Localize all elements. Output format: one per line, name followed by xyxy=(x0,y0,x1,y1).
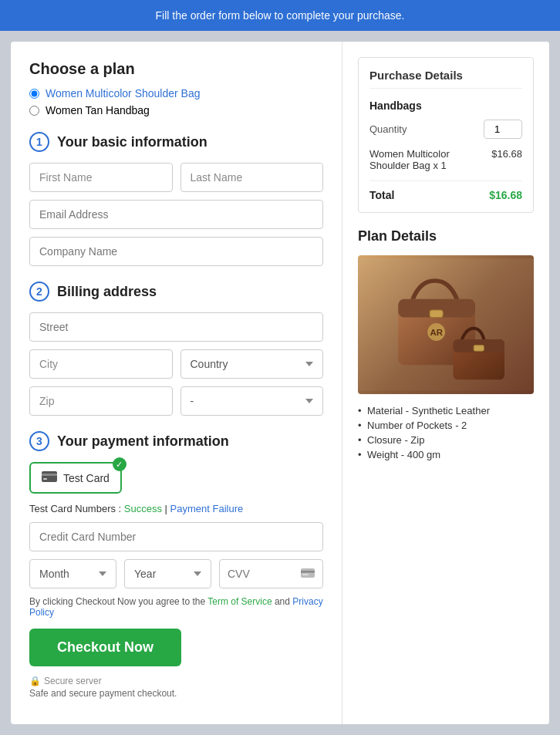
banner-text: Fill the order form below to complete yo… xyxy=(156,9,405,22)
page-wrapper: Fill the order form below to complete yo… xyxy=(0,0,560,735)
month-select[interactable]: Month xyxy=(29,559,116,588)
section1-number: 1 xyxy=(29,132,49,152)
card-icon xyxy=(42,470,57,486)
svg-rect-0 xyxy=(42,471,57,482)
zip-state-row: - xyxy=(29,386,323,416)
total-amount: $16.68 xyxy=(489,189,522,201)
right-panel: Purchase Details Handbags Quantity Women… xyxy=(342,42,549,724)
product-price: $16.68 xyxy=(491,148,522,171)
feature-3: Closure - Zip xyxy=(358,434,534,446)
section2-header: 2 Billing address xyxy=(29,282,323,302)
test-card-info: Test Card Numbers : Success | Payment Fa… xyxy=(29,503,323,514)
separator: | xyxy=(162,503,170,514)
quantity-label: Quantity xyxy=(369,123,407,135)
year-field: Year xyxy=(124,559,211,588)
plan-details-title: Plan Details xyxy=(358,228,534,244)
terms-prefix: By clicking Checkout Now you agree to th… xyxy=(29,596,207,607)
secure-info: 🔒 Secure server Safe and secure payment … xyxy=(29,676,323,699)
country-select[interactable]: Country xyxy=(180,349,324,379)
product-features-list: Material - Synthetic Leather Number of P… xyxy=(358,405,534,460)
state-select[interactable]: - xyxy=(180,386,324,416)
handbag-image: AR xyxy=(358,255,534,394)
svg-rect-3 xyxy=(301,568,315,578)
name-row xyxy=(29,163,323,192)
first-name-field xyxy=(29,163,173,192)
svg-rect-12 xyxy=(474,346,484,352)
section1-header: 1 Your basic information xyxy=(29,132,323,152)
terms-text: By clicking Checkout Now you agree to th… xyxy=(29,596,323,618)
city-country-row: Country xyxy=(29,349,323,379)
section1-title: Your basic information xyxy=(57,134,207,150)
secure-server-text: Secure server xyxy=(44,676,102,686)
section3-number: 3 xyxy=(29,431,49,451)
test-card-prefix: Test Card Numbers : xyxy=(29,503,124,514)
quantity-input[interactable] xyxy=(484,120,522,139)
plan-radio-1[interactable] xyxy=(29,89,39,99)
company-input[interactable] xyxy=(29,237,323,266)
feature-2: Number of Pockets - 2 xyxy=(358,420,534,431)
month-year-cvv-row: Month Year xyxy=(29,559,323,588)
zip-field xyxy=(29,386,173,416)
zip-input[interactable] xyxy=(29,386,173,416)
top-banner: Fill the order form below to complete yo… xyxy=(0,0,560,31)
section2-number: 2 xyxy=(29,282,49,302)
main-content: Choose a plan Women Multicolor Shoulder … xyxy=(11,42,549,724)
secure-line2: Safe and secure payment checkout. xyxy=(29,688,323,699)
year-select[interactable]: Year xyxy=(124,559,211,588)
plan-option-2-label: Women Tan Handbag xyxy=(46,104,150,116)
svg-rect-5 xyxy=(302,574,309,575)
lock-icon: 🔒 xyxy=(29,676,41,686)
product-category: Handbags xyxy=(369,99,522,112)
company-field-wrapper xyxy=(29,237,323,266)
street-field-wrapper xyxy=(29,312,323,342)
failure-link[interactable]: Payment Failure xyxy=(170,503,244,514)
first-name-input[interactable] xyxy=(29,163,173,192)
svg-rect-4 xyxy=(301,571,315,573)
section2-title: Billing address xyxy=(57,284,157,300)
terms-middle: and xyxy=(272,596,293,607)
product-name: Women Multicolor Shoulder Bag x 1 xyxy=(369,148,491,171)
total-label: Total xyxy=(369,189,394,201)
country-field: Country xyxy=(180,349,324,379)
plan-section-title: Choose a plan xyxy=(29,60,323,78)
plan-section: Choose a plan Women Multicolor Shoulder … xyxy=(29,60,323,116)
secure-line1: 🔒 Secure server xyxy=(29,676,323,686)
cvv-card-icon xyxy=(301,567,315,581)
plan-option-1-label: Women Multicolor Shoulder Bag xyxy=(46,87,201,99)
svg-rect-2 xyxy=(43,478,47,480)
left-panel: Choose a plan Women Multicolor Shoulder … xyxy=(11,42,342,724)
svg-rect-1 xyxy=(42,474,57,476)
email-field-wrapper xyxy=(29,200,323,229)
plan-option-2[interactable]: Women Tan Handbag xyxy=(29,104,323,116)
tos-link[interactable]: Term of Service xyxy=(207,596,272,607)
total-row: Total $16.68 xyxy=(369,180,522,201)
plan-option-1[interactable]: Women Multicolor Shoulder Bag xyxy=(29,87,323,99)
plan-radio-2[interactable] xyxy=(29,106,39,116)
last-name-input[interactable] xyxy=(180,163,324,192)
cvv-field xyxy=(219,559,323,588)
city-input[interactable] xyxy=(29,349,173,379)
feature-4: Weight - 400 gm xyxy=(358,449,534,460)
month-field: Month xyxy=(29,559,116,588)
street-input[interactable] xyxy=(29,312,323,342)
card-label: Test Card xyxy=(63,472,110,484)
svg-text:AR: AR xyxy=(430,328,442,337)
plan-details-section: Plan Details xyxy=(358,228,534,460)
section3-title: Your payment information xyxy=(57,433,229,450)
checkout-button[interactable]: Checkout Now xyxy=(29,629,181,666)
cc-number-field-wrapper xyxy=(29,522,323,551)
last-name-field xyxy=(180,163,324,192)
svg-rect-9 xyxy=(430,310,443,318)
cc-number-input[interactable] xyxy=(29,522,323,551)
cvv-input[interactable] xyxy=(228,560,301,588)
card-check-badge: ✓ xyxy=(113,457,127,471)
success-link[interactable]: Success xyxy=(124,503,162,514)
card-payment-option[interactable]: Test Card ✓ xyxy=(29,462,122,494)
product-row: Women Multicolor Shoulder Bag x 1 $16.68 xyxy=(369,148,522,171)
quantity-row: Quantity xyxy=(369,120,522,139)
state-field: - xyxy=(180,386,324,416)
email-input[interactable] xyxy=(29,200,323,229)
city-field xyxy=(29,349,173,379)
purchase-details-box: Purchase Details Handbags Quantity Women… xyxy=(358,57,534,213)
section3-header: 3 Your payment information xyxy=(29,431,323,451)
